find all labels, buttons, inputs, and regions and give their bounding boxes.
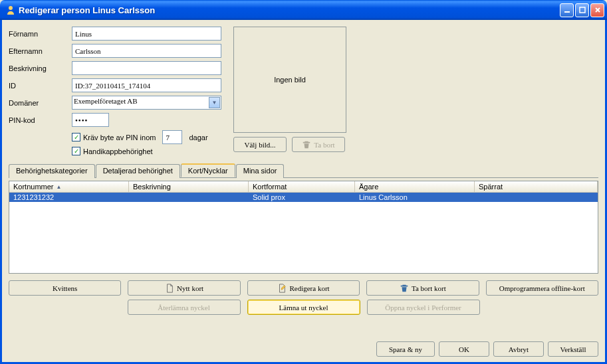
minimize-button[interactable] xyxy=(560,3,574,17)
pinkod-input[interactable] xyxy=(72,113,109,127)
trash-icon xyxy=(400,284,409,293)
chevron-down-icon: ▼ xyxy=(209,97,220,108)
cell-beskrivning xyxy=(129,193,249,202)
pinkod-label: PIN-kod xyxy=(9,116,72,124)
verkstall-button[interactable]: Verkställ xyxy=(548,341,598,357)
image-placeholder: Ingen bild xyxy=(233,27,346,133)
redigera-kort-button[interactable]: Redigera kort xyxy=(247,280,360,296)
nytt-kort-button[interactable]: Nytt kort xyxy=(128,280,240,296)
edit-icon xyxy=(277,284,287,293)
domaner-label: Domäner xyxy=(9,99,72,107)
spara-ny-button[interactable]: Spara & ny xyxy=(376,341,435,357)
svg-rect-1 xyxy=(564,11,570,13)
close-button[interactable] xyxy=(590,3,604,17)
col-sparrat[interactable]: Spärrat xyxy=(475,181,598,192)
col-kortformat[interactable]: Kortformat xyxy=(249,181,355,192)
days-input[interactable] xyxy=(162,130,182,144)
card-table: Kortnummer▲ Beskrivning Kortformat Ägare… xyxy=(9,181,598,274)
tabort-kort-button[interactable]: Ta bort kort xyxy=(366,280,479,296)
domaner-select[interactable]: Exempelföretaget AB ▼ xyxy=(72,96,221,110)
tabort-bild-button[interactable]: Ta bort xyxy=(292,137,345,152)
trash-icon xyxy=(302,140,311,149)
cell-kortformat: Solid prox xyxy=(249,193,355,202)
svg-point-0 xyxy=(9,6,13,10)
beskrivning-label: Beskrivning xyxy=(9,64,72,72)
titlebar: Redigerar person Linus Carlsson xyxy=(0,0,607,20)
oppna-performer-button[interactable]: Öppna nyckel i Performer xyxy=(367,300,480,315)
fornamn-label: Förnamn xyxy=(9,30,72,38)
id-label: ID xyxy=(9,82,72,90)
app-icon xyxy=(5,5,16,15)
tab-kort-nycklar[interactable]: Kort/Nycklar xyxy=(181,163,235,177)
col-agare[interactable]: Ägare xyxy=(355,181,475,192)
tab-bar: Behörighetskategorier Detaljerad behörig… xyxy=(9,163,598,178)
handikapp-checkbox[interactable]: ✓ xyxy=(72,147,80,155)
col-beskrivning[interactable]: Beskrivning xyxy=(129,181,249,192)
krav-byte-checkbox[interactable]: ✓ xyxy=(72,133,80,141)
tab-behorighetskategorier[interactable]: Behörighetskategorier xyxy=(9,164,95,178)
efternamn-input[interactable] xyxy=(72,44,221,58)
omprogrammera-button[interactable]: Omprogrammera offline-kort xyxy=(486,280,598,296)
aterlamna-nyckel-button[interactable]: Återlämna nyckel xyxy=(128,300,241,315)
window-title: Redigerar person Linus Carlsson xyxy=(19,5,560,15)
avbryt-button[interactable]: Avbryt xyxy=(493,341,544,357)
handikapp-label: Handikappbehörighet xyxy=(83,147,153,155)
valj-bild-button[interactable]: Välj bild... xyxy=(233,137,287,152)
svg-rect-2 xyxy=(580,7,585,13)
kvittens-button[interactable]: Kvittens xyxy=(9,280,121,296)
fornamn-input[interactable] xyxy=(72,27,221,41)
cell-agare: Linus Carlsson xyxy=(355,193,475,202)
new-document-icon xyxy=(165,284,174,293)
table-row[interactable]: 1231231232 Solid prox Linus Carlsson xyxy=(9,193,598,202)
tab-mina-sidor[interactable]: Mina sidor xyxy=(236,164,285,178)
beskrivning-input[interactable] xyxy=(72,61,221,75)
cell-kortnummer: 1231231232 xyxy=(9,193,129,202)
col-kortnummer[interactable]: Kortnummer▲ xyxy=(9,181,129,192)
tab-detaljerad-behorighet[interactable]: Detaljerad behörighet xyxy=(96,164,180,178)
id-input[interactable] xyxy=(72,78,221,92)
efternamn-label: Efternamn xyxy=(9,47,72,55)
no-image-text: Ingen bild xyxy=(274,76,306,84)
ok-button[interactable]: OK xyxy=(439,341,489,357)
cell-sparrat xyxy=(475,193,598,202)
lamna-ut-nyckel-button[interactable]: Lämna ut nyckel xyxy=(247,300,360,315)
dagar-label: dagar xyxy=(189,134,207,141)
sort-asc-icon: ▲ xyxy=(57,184,62,190)
maximize-button[interactable] xyxy=(575,3,589,17)
domaner-value: Exempelföretaget AB xyxy=(74,97,138,105)
krav-byte-label: Kräv byte av PIN inom xyxy=(83,134,156,141)
